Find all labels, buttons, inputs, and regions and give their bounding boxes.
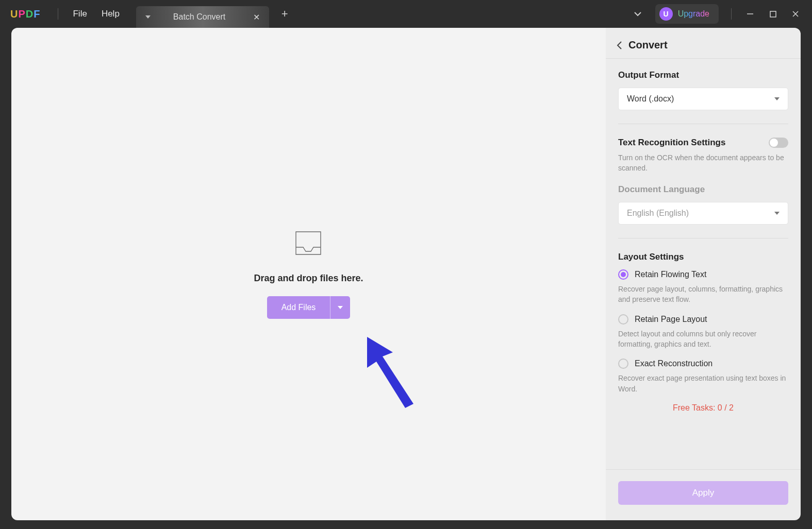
radio-icon [618, 359, 628, 369]
annotation-cursor-arrow [362, 332, 434, 411]
window-maximize-button[interactable] [761, 3, 784, 25]
sidebar-title: Convert [628, 39, 668, 51]
output-format-value: Word (.docx) [627, 94, 674, 104]
apply-button[interactable]: Apply [618, 481, 788, 505]
tab-dropdown-icon[interactable] [145, 15, 151, 19]
sidebar-body: Output Format Word (.docx) Text Recognit… [606, 59, 801, 469]
convert-sidebar: Convert Output Format Word (.docx) Text … [606, 28, 801, 520]
dropzone[interactable]: Drag and drop files here. Add Files [254, 230, 363, 319]
chevron-down-icon [774, 212, 780, 215]
window-minimize-button[interactable] [739, 3, 761, 25]
output-format-label: Output Format [618, 70, 788, 80]
apply-label: Apply [692, 488, 715, 498]
add-files-dropdown[interactable] [330, 306, 350, 309]
ocr-description: Turn on the OCR when the document appear… [618, 153, 788, 173]
layout-option-label: Retain Flowing Text [635, 270, 706, 279]
menu-help[interactable]: Help [94, 9, 127, 19]
window-close-button[interactable] [784, 3, 807, 25]
layout-option-exact[interactable]: Exact Reconstruction [618, 359, 788, 369]
layout-option-flowing[interactable]: Retain Flowing Text [618, 269, 788, 280]
ocr-label: Text Recognition Settings [618, 138, 725, 148]
upgrade-button[interactable]: U Upgrade [655, 4, 719, 24]
tab-close-icon[interactable]: ✕ [253, 12, 260, 22]
add-files-button[interactable]: Add Files [267, 296, 351, 319]
app-window: UPDF File Help Batch Convert ✕ + U Upgra… [0, 0, 812, 529]
sidebar-footer: Apply [606, 469, 801, 520]
divider [731, 8, 732, 20]
sidebar-header: Convert [606, 28, 801, 59]
maximize-icon [770, 11, 776, 18]
layout-option-page[interactable]: Retain Page Layout [618, 314, 788, 325]
ocr-row: Text Recognition Settings [618, 138, 788, 148]
titlebar-right: U Upgrade [628, 0, 812, 28]
free-tasks-counter: Free Tasks: 0 / 2 [618, 403, 788, 413]
close-icon [792, 10, 799, 18]
ocr-toggle[interactable] [769, 138, 788, 148]
doc-language-label: Document Language [618, 184, 788, 195]
output-format-select[interactable]: Word (.docx) [618, 88, 788, 110]
inbox-icon [293, 230, 324, 261]
tab-bar: Batch Convert ✕ + [136, 0, 294, 28]
chevron-left-icon [616, 41, 623, 50]
layout-option-desc: Detect layout and columns but only recov… [618, 329, 788, 350]
upgrade-label: Upgrade [678, 9, 709, 19]
tab-label: Batch Convert [158, 12, 246, 22]
doc-language-select: English (English) [618, 202, 788, 225]
menu-file[interactable]: File [65, 9, 94, 19]
user-avatar: U [659, 7, 673, 21]
doc-language-value: English (English) [627, 209, 689, 218]
main-dropzone-panel: Drag and drop files here. Add Files [11, 28, 606, 520]
layout-option-label: Exact Reconstruction [635, 359, 712, 368]
minimize-icon [747, 10, 754, 18]
svg-marker-4 [367, 337, 413, 408]
radio-icon [618, 314, 628, 325]
svg-rect-1 [770, 11, 776, 17]
content-area: Drag and drop files here. Add Files Conv… [11, 28, 801, 520]
app-logo: UPDF [0, 8, 51, 20]
divider [618, 124, 788, 124]
radio-icon [618, 269, 628, 280]
titlebar: UPDF File Help Batch Convert ✕ + U Upgra… [0, 0, 812, 28]
chevron-down-icon [634, 10, 642, 18]
new-tab-button[interactable]: + [275, 5, 294, 23]
divider [618, 238, 788, 238]
chevron-down-icon [774, 97, 780, 100]
tab-batch-convert[interactable]: Batch Convert ✕ [136, 6, 269, 28]
layout-option-label: Retain Page Layout [635, 315, 707, 324]
divider [58, 8, 58, 20]
dropzone-label: Drag and drop files here. [254, 273, 363, 284]
layout-option-desc: Recover page layout, columns, formatting… [618, 284, 788, 305]
add-files-label: Add Files [267, 296, 331, 319]
layout-option-desc: Recover exact page presentation using te… [618, 373, 788, 394]
tabs-overflow-button[interactable] [628, 5, 647, 23]
layout-settings-label: Layout Settings [618, 252, 788, 262]
back-button[interactable] [616, 41, 623, 50]
